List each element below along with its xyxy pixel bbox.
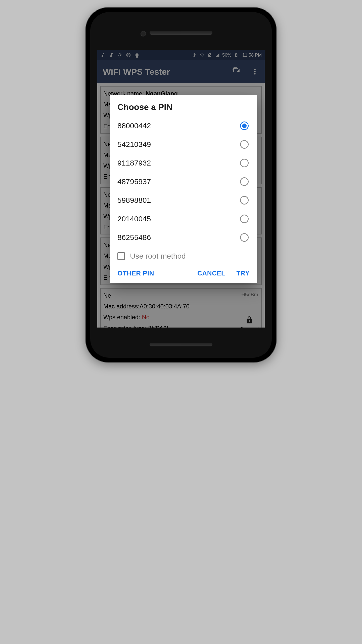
speaker-bottom [150, 343, 212, 346]
dialog-title: Choose a PIN [110, 102, 257, 116]
try-button[interactable]: TRY [236, 269, 250, 277]
pin-option[interactable]: 48795937 [110, 172, 257, 191]
pin-value: 59898801 [117, 196, 151, 205]
phone-inner: 56% 11:58 PM WiFi WPS Tester Network nam… [90, 12, 272, 358]
radio-icon [240, 122, 249, 130]
pin-value: 91187932 [117, 159, 151, 167]
spacer [165, 269, 186, 277]
pin-option[interactable]: 88000442 [110, 116, 257, 135]
speaker-top [150, 31, 212, 35]
pin-value: 88000442 [117, 122, 151, 130]
root-label: Use root method [130, 252, 186, 260]
pin-list: 88000442 54210349 91187932 48795937 [110, 116, 257, 247]
radio-icon [240, 177, 249, 186]
radio-icon [240, 233, 249, 242]
pin-option[interactable]: 59898801 [110, 191, 257, 210]
screen: 56% 11:58 PM WiFi WPS Tester Network nam… [97, 50, 265, 328]
radio-icon [240, 215, 249, 223]
radio-icon [240, 196, 249, 205]
dialog-actions: OTHER PIN CANCEL TRY [110, 267, 257, 283]
pin-option[interactable]: 20140045 [110, 210, 257, 228]
use-root-row[interactable]: Use root method [110, 247, 257, 267]
phone-frame: 56% 11:58 PM WiFi WPS Tester Network nam… [86, 8, 276, 362]
other-pin-button[interactable]: OTHER PIN [117, 269, 154, 277]
pin-value: 54210349 [117, 140, 151, 149]
pin-option[interactable]: 91187932 [110, 154, 257, 172]
cancel-button[interactable]: CANCEL [197, 269, 225, 277]
pin-value: 48795937 [117, 177, 151, 186]
radio-icon [240, 140, 249, 149]
checkbox-icon [117, 252, 125, 260]
pin-dialog: Choose a PIN 88000442 54210349 91187932 [110, 95, 257, 283]
pin-value: 20140045 [117, 215, 151, 223]
radio-icon [240, 159, 249, 167]
front-camera [141, 31, 146, 36]
pin-option[interactable]: 86255486 [110, 228, 257, 247]
pin-value: 86255486 [117, 233, 151, 242]
pin-option[interactable]: 54210349 [110, 135, 257, 154]
